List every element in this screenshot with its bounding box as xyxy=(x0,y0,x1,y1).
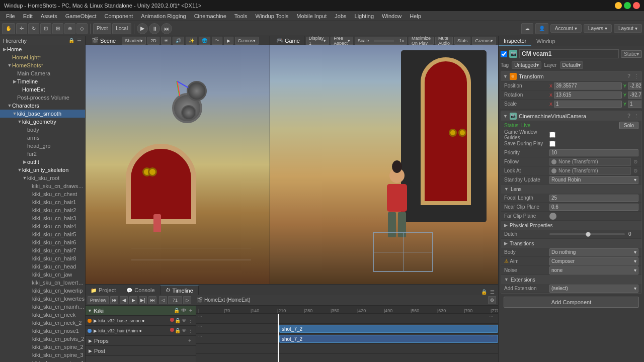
hierarchy-item-23[interactable]: kiki_sku_cn_hair5 xyxy=(0,230,85,238)
lens-section-header[interactable]: ▼ Lens xyxy=(501,185,641,194)
bottom-lock-icon[interactable]: 🔒 xyxy=(481,289,487,295)
transform-info-btn[interactable]: ? xyxy=(626,73,632,79)
clip-1[interactable]: shot_7_2 xyxy=(279,325,498,333)
hierarchy-item-20[interactable]: kiki_sku_cn_hair2 xyxy=(0,206,85,214)
scale-btn[interactable]: Scale 1x xyxy=(355,37,407,45)
aspect-btn[interactable]: Free Aspect▾ xyxy=(331,37,353,45)
track-1-menu-btn[interactable]: ⋮ xyxy=(188,318,194,324)
obj-active-checkbox[interactable] xyxy=(501,51,507,57)
transform-header[interactable]: ▼ ⊕ Transform ? ⋮ xyxy=(501,71,641,81)
transitions-header[interactable]: ▶ Transitions xyxy=(501,239,641,248)
hierarchy-item-14[interactable]: ▶ outfit xyxy=(0,158,85,166)
tl-play-btn[interactable]: ▶ xyxy=(129,296,137,304)
hierarchy-item-19[interactable]: kiki_sku_cn_hair1 xyxy=(0,198,85,206)
track-1-lock-btn[interactable]: 🔒 xyxy=(175,318,181,324)
game-tab[interactable]: 🎮 Game xyxy=(272,36,304,45)
bottom-menu-icon[interactable]: ☰ xyxy=(489,289,495,295)
hierarchy-item-2[interactable]: ▼ HomeShots* xyxy=(0,61,85,69)
hierarchy-item-15[interactable]: ▼ kiki_unity_skeleton xyxy=(0,166,85,174)
scene-audio-btn[interactable]: 🔊 xyxy=(173,37,184,45)
mute-audio-btn[interactable]: Mute Audio xyxy=(435,37,453,45)
sdp-checkbox[interactable] xyxy=(549,141,555,147)
pos-y-field[interactable] xyxy=(628,82,642,89)
dutch-thumb[interactable] xyxy=(586,232,591,237)
toolbar-transform-tool[interactable]: ⊕ xyxy=(64,23,75,34)
toolbar-custom-tool[interactable]: ◇ xyxy=(76,23,88,34)
track-1-clips[interactable]: shot_7_2 ··· ··· xyxy=(196,324,498,334)
scale-y-field[interactable] xyxy=(628,101,642,108)
cinemachine-menu-btn[interactable]: ⋮ xyxy=(633,113,639,119)
hierarchy-item-9[interactable]: ▼ kiki_geometry xyxy=(0,118,85,126)
tl-settings-icon[interactable]: ⚙ xyxy=(488,296,496,304)
priority-field[interactable] xyxy=(549,149,638,156)
hierarchy-item-29[interactable]: kiki_sku_cn_lowerthei... xyxy=(0,279,85,287)
hierarchy-item-4[interactable]: ▶ Timeline xyxy=(0,77,85,85)
extensions-header[interactable]: ▼ Extensions xyxy=(501,275,641,284)
noise-dropdown[interactable]: none ▾ xyxy=(549,266,638,275)
scene-view-content[interactable] xyxy=(86,45,270,284)
hierarchy-item-1[interactable]: HomeLight* xyxy=(0,53,85,61)
menu-windup-tools[interactable]: Windup Tools xyxy=(252,11,293,21)
hierarchy-menu-icon[interactable]: ☰ xyxy=(76,38,82,44)
tl-settings-btn[interactable]: ⚙ xyxy=(488,296,496,304)
hierarchy-item-25[interactable]: kiki_sku_cn_hair7 xyxy=(0,246,85,254)
hierarchy-item-16[interactable]: ▼ kiki_sku_root xyxy=(0,174,85,182)
hierarchy-item-3[interactable]: Main Camera xyxy=(0,69,85,77)
menu-cinemachine[interactable]: Cinemachine xyxy=(190,11,230,21)
scene-anim-btn[interactable]: ▶ xyxy=(224,37,233,45)
standby-dropdown[interactable]: Round Robin ▾ xyxy=(549,176,638,184)
toolbar-scale-tool[interactable]: ⊡ xyxy=(40,23,51,34)
game-view-content[interactable] xyxy=(270,45,498,284)
tl-prev-btn[interactable]: ◀ xyxy=(120,296,128,304)
tl-frame-back-btn[interactable]: ◁ xyxy=(159,296,167,304)
cinemachine-info-btn[interactable]: ? xyxy=(626,113,632,119)
static-badge[interactable]: Static▾ xyxy=(621,50,642,58)
hierarchy-item-32[interactable]: kiki_sku_cn_mainhair xyxy=(0,303,85,311)
track-2-eye-btn[interactable]: 👁 xyxy=(181,328,187,334)
rot-x-field[interactable] xyxy=(554,92,622,99)
layers-button[interactable]: Layers▾ xyxy=(584,24,612,33)
timeline-tab[interactable]: ⏱ Timeline xyxy=(160,286,199,295)
track-1-rec-btn[interactable] xyxy=(170,318,174,322)
track-2-menu-btn[interactable]: ⋮ xyxy=(188,328,194,334)
hierarchy-item-34[interactable]: kiki_sku_cn_neck_2 xyxy=(0,319,85,327)
hierarchy-item-10[interactable]: body xyxy=(0,126,85,134)
toolbar-hand-tool[interactable]: ✋ xyxy=(2,23,15,34)
2d-btn[interactable]: 2D xyxy=(147,37,159,45)
track-2-lock-btn[interactable]: 🔒 xyxy=(175,328,181,334)
maximize-button[interactable] xyxy=(624,2,631,9)
hierarchy-item-38[interactable]: kiki_sku_cn_spine_3 xyxy=(0,351,85,359)
hierarchy-item-28[interactable]: kiki_sku_cn_jaw xyxy=(0,270,85,279)
track-1-eye-btn[interactable]: 👁 xyxy=(181,318,187,324)
menu-animation-rigging[interactable]: Animation Rigging xyxy=(137,11,190,21)
hierarchy-item-27[interactable]: kiki_sku_cn_head xyxy=(0,262,85,270)
hierarchy-item-11[interactable]: arms xyxy=(0,134,85,142)
pivot-button[interactable]: Pivot xyxy=(93,23,111,34)
collab-icon[interactable]: 👤 xyxy=(535,23,548,34)
body-dropdown[interactable]: Do nothing ▾ xyxy=(549,248,638,256)
maximize-on-play-btn[interactable]: Maximize On Play xyxy=(409,37,434,45)
menu-gameobject[interactable]: GameObject xyxy=(61,11,101,21)
project-tab[interactable]: 📁 Project xyxy=(86,286,121,295)
scene-fog-btn[interactable]: 〜 xyxy=(212,37,222,45)
props-header[interactable]: ▶ Props + xyxy=(86,336,196,346)
look-at-ref[interactable]: None (Transform) xyxy=(549,167,631,175)
layer-select[interactable]: Default▾ xyxy=(560,61,584,69)
display-btn[interactable]: Display 1▾ xyxy=(306,37,330,45)
aim-dropdown[interactable]: Composer ▾ xyxy=(549,257,638,265)
tl-frame-counter[interactable]: 71 xyxy=(168,296,182,304)
hierarchy-lock-icon[interactable]: 🔒 xyxy=(68,38,74,44)
transform-menu-btn[interactable]: ⋮ xyxy=(633,73,639,79)
hierarchy-item-18[interactable]: kiki_sku_cn_chest xyxy=(0,190,85,198)
menu-file[interactable]: File xyxy=(2,11,19,21)
track-2-rec-btn[interactable] xyxy=(170,328,174,332)
pos-x-field[interactable] xyxy=(554,82,622,89)
rot-y-field[interactable] xyxy=(628,92,642,99)
gizmos-btn[interactable]: Gizmos▾ xyxy=(235,37,259,45)
hierarchy-item-24[interactable]: kiki_sku_cn_hair6 xyxy=(0,238,85,246)
near-clip-field[interactable] xyxy=(549,204,638,211)
toolbar-rect-tool[interactable]: ⊞ xyxy=(52,23,63,34)
hierarchy-item-5[interactable]: HomeExt xyxy=(0,85,85,94)
close-button[interactable] xyxy=(633,2,640,9)
hierarchy-item-0[interactable]: ▶ Home xyxy=(0,45,85,53)
